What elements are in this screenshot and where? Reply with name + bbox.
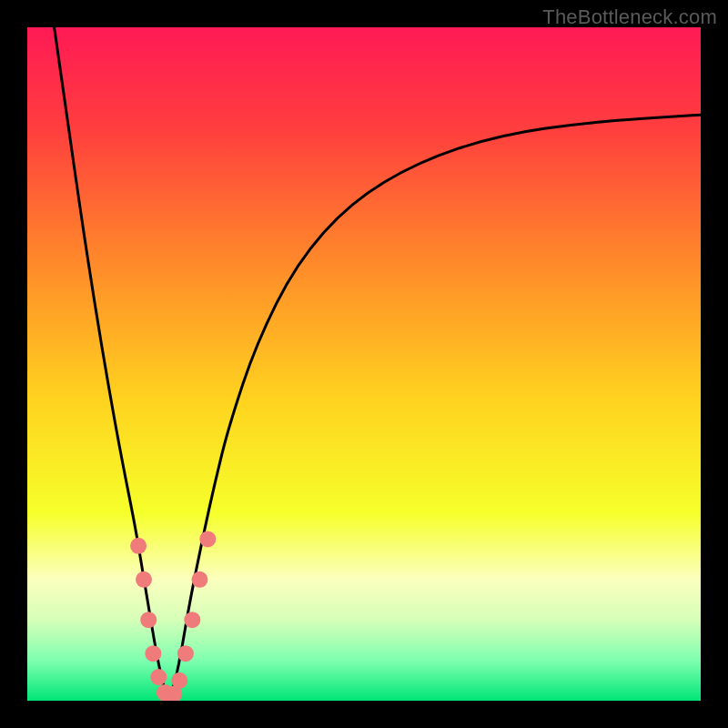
marker-point bbox=[130, 538, 147, 554]
marker-point bbox=[177, 645, 194, 662]
gradient-background bbox=[27, 27, 701, 701]
marker-point bbox=[136, 571, 152, 588]
marker-point bbox=[150, 669, 167, 685]
marker-point bbox=[145, 645, 161, 662]
marker-point bbox=[171, 672, 187, 689]
marker-point bbox=[184, 612, 200, 628]
marker-point bbox=[191, 571, 207, 588]
chart-svg bbox=[27, 27, 701, 701]
chart-plot-area bbox=[27, 27, 701, 701]
marker-point bbox=[140, 612, 157, 628]
chart-frame: TheBottleneck.com bbox=[0, 0, 728, 728]
watermark-text: TheBottleneck.com bbox=[542, 5, 717, 29]
marker-point bbox=[199, 531, 216, 547]
